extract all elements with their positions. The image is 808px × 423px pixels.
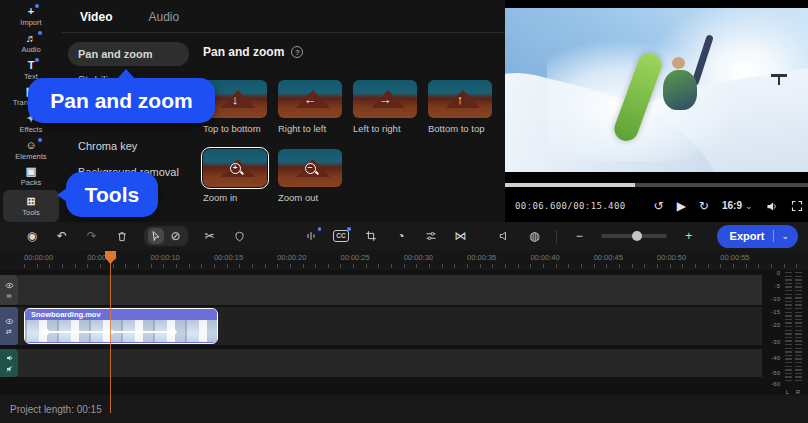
arrow-icon: ← bbox=[278, 80, 342, 118]
option-label: Right to left bbox=[278, 123, 342, 134]
meter-right-column bbox=[795, 272, 802, 384]
swap-icon[interactable]: ⇄ bbox=[6, 328, 12, 335]
ruler-tick-label: 00:00:50 bbox=[657, 253, 686, 262]
keyframe-line bbox=[46, 331, 173, 333]
keyframe-end[interactable] bbox=[169, 327, 177, 335]
option-left-to-right[interactable]: →Left to right bbox=[353, 80, 417, 134]
panel-tabs: VideoAudio bbox=[62, 0, 505, 33]
edit-tool-group: ⊘ bbox=[144, 226, 188, 246]
ruler-tick-label: 00:00:00 bbox=[24, 253, 53, 262]
sidebar-item-elements[interactable]: ☺Elements bbox=[3, 137, 59, 163]
volume-icon[interactable] bbox=[765, 200, 778, 213]
select-tool-icon[interactable] bbox=[148, 228, 164, 244]
video-track-header: ⇄ bbox=[0, 307, 18, 345]
new-badge bbox=[347, 227, 351, 231]
meter-scale-label: -30 bbox=[771, 339, 780, 345]
meter-scale-label: -15 bbox=[771, 309, 780, 315]
eye-icon[interactable] bbox=[5, 282, 14, 289]
sidebar-item-label: Import bbox=[20, 18, 41, 27]
audio-track-header bbox=[0, 349, 18, 377]
play-button[interactable]: ▶ bbox=[677, 200, 686, 212]
meter-scale-label: -5 bbox=[775, 283, 780, 289]
menu-item-pan-and-zoom[interactable]: Pan and zoom bbox=[68, 42, 189, 66]
mask-icon[interactable] bbox=[231, 228, 247, 244]
sidebar-item-import[interactable]: +Import bbox=[3, 4, 59, 30]
tab-audio[interactable]: Audio bbox=[148, 10, 179, 32]
timeline-zoom-slider[interactable] bbox=[601, 234, 667, 238]
notification-dot bbox=[35, 4, 39, 8]
arrow-icon: → bbox=[353, 80, 417, 118]
pen-tool-icon[interactable]: ⊘ bbox=[168, 228, 184, 244]
aspect-ratio-dropdown[interactable]: 16:9 ⌄ bbox=[722, 201, 753, 211]
adjust-filters-icon[interactable] bbox=[423, 228, 439, 244]
timeline-clip[interactable]: Snowboarding.mov bbox=[24, 308, 218, 344]
sidebar-item-packs[interactable]: ▣Packs bbox=[3, 164, 59, 190]
speaker-icon[interactable] bbox=[5, 354, 14, 362]
ruler-tick-label: 00:00:35 bbox=[467, 253, 496, 262]
aspect-ratio-value: 16:9 bbox=[722, 201, 742, 211]
option-zoom-out[interactable]: −Zoom out bbox=[278, 149, 342, 203]
preview-progress-bar[interactable] bbox=[505, 183, 808, 187]
eye-icon[interactable] bbox=[5, 318, 14, 325]
clip-thumbnails bbox=[25, 320, 217, 342]
timeline-zoom-out-icon[interactable]: − bbox=[571, 228, 587, 244]
notification-dot bbox=[38, 138, 42, 142]
meter-scale-label: -20 bbox=[771, 322, 780, 328]
option-bottom-to-top[interactable]: ↑Bottom to top bbox=[428, 80, 492, 134]
menu-item-chroma-key[interactable]: Chroma key bbox=[68, 134, 189, 158]
delete-icon[interactable] bbox=[114, 228, 130, 244]
audio-track-lane[interactable] bbox=[18, 349, 762, 377]
help-icon[interactable]: ? bbox=[291, 46, 303, 58]
option-label: Zoom out bbox=[278, 192, 342, 203]
export-chevron-icon: ⌄ bbox=[781, 231, 789, 241]
color-wheel-icon[interactable]: ◍ bbox=[526, 228, 542, 244]
audio-levels-icon[interactable] bbox=[303, 228, 319, 244]
meter-scale-label: -10 bbox=[771, 296, 780, 302]
export-button[interactable]: Export ⌄ bbox=[717, 225, 798, 248]
link-icon[interactable]: ∞ bbox=[7, 292, 12, 299]
timeline-audio-icon[interactable] bbox=[497, 228, 513, 244]
new-badge bbox=[318, 227, 322, 231]
transition-icon[interactable]: ⋈ bbox=[453, 228, 469, 244]
undo-icon[interactable]: ↶ bbox=[54, 228, 70, 244]
option-zoom-in[interactable]: +Zoom in bbox=[203, 149, 267, 203]
ruler-tick-label: 00:00:30 bbox=[404, 253, 433, 262]
split-icon[interactable]: ✂ bbox=[202, 228, 218, 244]
sidebar-item-tools[interactable]: ⊞Tools bbox=[3, 190, 59, 222]
option-label: Top to bottom bbox=[203, 123, 267, 134]
speaker-muted-icon[interactable] bbox=[5, 365, 14, 373]
option-thumbnail: + bbox=[203, 149, 267, 187]
tools-icon: ⊞ bbox=[26, 196, 35, 207]
record-icon[interactable]: ◉ bbox=[24, 228, 40, 244]
redo-icon[interactable]: ↷ bbox=[84, 228, 100, 244]
ski-lift bbox=[771, 74, 787, 77]
keyframe-current[interactable] bbox=[109, 330, 114, 335]
packs-icon: ▣ bbox=[26, 166, 36, 177]
timeline-ruler[interactable]: 00:00:0000:00:0500:00:1000:00:1500:00:20… bbox=[0, 250, 808, 270]
overlay-track-lane[interactable] bbox=[18, 275, 762, 305]
jump-forward-icon[interactable]: ↻ bbox=[699, 200, 709, 212]
keyframe-start[interactable] bbox=[42, 327, 50, 335]
timeline-zoom-in-icon[interactable]: + bbox=[681, 228, 697, 244]
audio-icon: ♬ bbox=[26, 33, 37, 44]
speed-icon[interactable]: ◔ bbox=[393, 228, 409, 244]
sidebar-item-audio[interactable]: ♬Audio bbox=[3, 31, 59, 57]
option-right-to-left[interactable]: ←Right to left bbox=[278, 80, 342, 134]
captions-icon[interactable]: CC bbox=[333, 228, 349, 244]
playback-time: 00:06.600/00:15.400 bbox=[515, 201, 626, 211]
notification-dot bbox=[35, 58, 39, 62]
audio-level-meter: 0-5-10-15-20-30-40-50-60LR bbox=[762, 270, 804, 395]
zoom-out-icon: − bbox=[278, 149, 342, 187]
meter-scale-label: -60 bbox=[771, 381, 780, 387]
timeline-status-bar: Project length: 00:15 bbox=[0, 395, 808, 423]
notification-dot bbox=[38, 31, 42, 35]
jump-back-icon[interactable]: ↺ bbox=[654, 200, 664, 212]
import-icon: + bbox=[28, 6, 34, 17]
fullscreen-icon[interactable] bbox=[791, 200, 803, 212]
crop-icon[interactable] bbox=[363, 228, 379, 244]
project-length: Project length: 00:15 bbox=[10, 404, 102, 415]
tab-video[interactable]: Video bbox=[80, 10, 112, 32]
snowboarder-head bbox=[672, 57, 685, 69]
video-editor-app: +Import♬AudioTText◧Transitions✦Effects☺E… bbox=[0, 0, 808, 423]
zoom-in-icon: + bbox=[203, 149, 267, 187]
